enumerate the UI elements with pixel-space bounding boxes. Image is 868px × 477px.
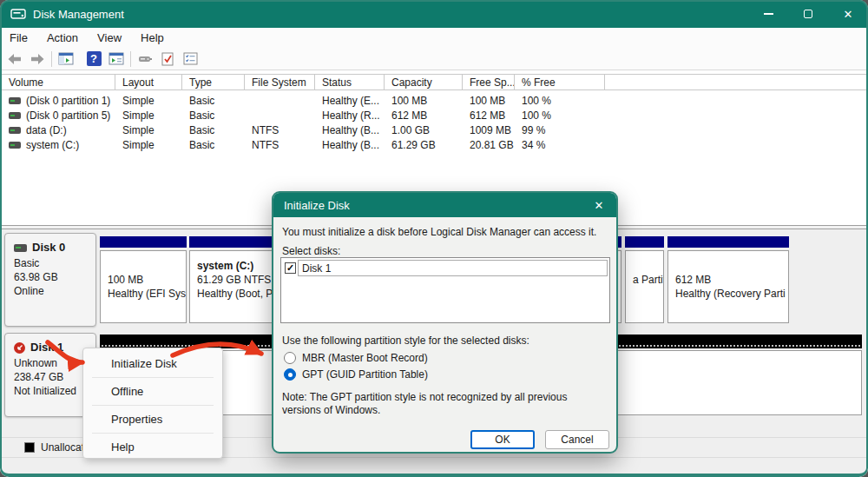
maximize-button[interactable] bbox=[788, 0, 828, 28]
partition-data[interactable]: a Partit bbox=[625, 235, 664, 325]
partition-color-strip bbox=[667, 236, 789, 248]
toolbar-separator bbox=[130, 51, 131, 67]
action-pane-icon bbox=[108, 52, 124, 65]
context-menu-item-properties[interactable]: Properties bbox=[83, 407, 222, 431]
show-hide-action-pane-button[interactable] bbox=[105, 50, 128, 69]
menu-bar: File Action View Help bbox=[0, 28, 868, 48]
disk-option-label: Disk 1 bbox=[298, 260, 608, 276]
disk0-name: Disk 0 bbox=[32, 241, 65, 255]
context-menu-item-help[interactable]: Help bbox=[83, 435, 222, 459]
maximize-icon bbox=[804, 10, 812, 18]
table-header-row: Volume Layout Type File System Status Ca… bbox=[2, 74, 866, 90]
table-row[interactable]: (Disk 0 partition 1) Simple Basic Health… bbox=[2, 93, 866, 108]
title-bar: Disk Management ✕ bbox=[0, 0, 868, 28]
check-document-button[interactable] bbox=[156, 50, 179, 69]
disk1-context-menu: Initialize Disk Offline Properties Help bbox=[82, 348, 223, 459]
cancel-button[interactable]: Cancel bbox=[545, 430, 609, 449]
partition-efi[interactable]: 100 MB Healthy (EFI Sys bbox=[100, 235, 187, 325]
menu-view[interactable]: View bbox=[88, 29, 131, 47]
forward-button[interactable] bbox=[26, 50, 49, 69]
disk0-size: 63.98 GB bbox=[14, 270, 95, 284]
forward-icon bbox=[30, 53, 45, 65]
menu-separator bbox=[92, 405, 214, 406]
column-header-free-space[interactable]: Free Sp... bbox=[463, 75, 515, 89]
disk-list-item[interactable]: ✓ Disk 1 bbox=[283, 260, 608, 276]
minimize-icon bbox=[764, 13, 773, 15]
ok-button[interactable]: OK bbox=[470, 430, 535, 449]
column-header-pct-free[interactable]: % Free bbox=[515, 75, 605, 89]
initialize-disk-dialog: Initialize Disk ✕ You must initialize a … bbox=[272, 191, 618, 454]
gpt-radio-row[interactable]: GPT (GUID Partition Table) bbox=[284, 368, 428, 381]
column-header-volume[interactable]: Volume bbox=[2, 75, 115, 89]
rescan-disks-icon bbox=[137, 53, 153, 65]
dialog-close-button[interactable]: ✕ bbox=[582, 193, 616, 217]
volume-icon bbox=[9, 142, 21, 149]
mbr-radio-button[interactable] bbox=[284, 352, 296, 364]
window-title: Disk Management bbox=[33, 8, 124, 21]
column-header-capacity[interactable]: Capacity bbox=[385, 75, 463, 89]
partition-color-strip bbox=[625, 236, 664, 248]
table-row[interactable]: system (C:) Simple Basic NTFS Healthy (B… bbox=[2, 137, 866, 152]
properties-button[interactable] bbox=[179, 50, 201, 69]
close-icon: ✕ bbox=[844, 8, 853, 21]
mbr-radio-row[interactable]: MBR (Master Boot Record) bbox=[284, 352, 428, 364]
back-button[interactable] bbox=[3, 50, 26, 69]
menu-separator bbox=[92, 377, 214, 378]
column-header-spacer bbox=[605, 75, 866, 89]
check-document-icon bbox=[161, 52, 174, 66]
column-header-layout[interactable]: Layout bbox=[115, 75, 182, 89]
close-button[interactable]: ✕ bbox=[828, 0, 868, 28]
table-row[interactable]: data (D:) Simple Basic NTFS Healthy (B..… bbox=[2, 123, 866, 137]
gpt-radio-button[interactable] bbox=[284, 368, 296, 381]
menu-file[interactable]: File bbox=[0, 29, 37, 47]
gpt-note-text: Note: The GPT partition style is not rec… bbox=[282, 391, 605, 417]
column-header-type[interactable]: Type bbox=[182, 75, 245, 89]
gpt-label: GPT (GUID Partition Table) bbox=[302, 368, 428, 381]
menu-separator bbox=[92, 433, 214, 434]
disk-management-app-icon bbox=[10, 8, 26, 20]
column-header-status[interactable]: Status bbox=[315, 75, 385, 89]
partition-color-strip bbox=[100, 236, 187, 248]
menu-action[interactable]: Action bbox=[37, 29, 88, 47]
minimize-button[interactable] bbox=[748, 0, 788, 28]
context-menu-item-offline[interactable]: Offline bbox=[83, 380, 222, 403]
partition-recovery[interactable]: 612 MB Healthy (Recovery Parti bbox=[667, 235, 789, 325]
disk-icon bbox=[14, 244, 27, 252]
help-button[interactable]: ? bbox=[82, 50, 105, 69]
disk0-status: Online bbox=[14, 284, 95, 298]
disk1-checkbox[interactable]: ✓ bbox=[285, 262, 296, 274]
console-tree-icon bbox=[58, 52, 74, 65]
disk1-name: Disk 1 bbox=[30, 341, 63, 354]
checkmark-icon: ✓ bbox=[286, 263, 294, 273]
rescan-disks-button[interactable] bbox=[134, 50, 156, 69]
disk-management-window: Disk Management ✕ File Action View Help bbox=[0, 0, 868, 477]
dialog-close-icon: ✕ bbox=[595, 199, 604, 212]
dialog-title: Initialize Disk bbox=[284, 199, 350, 212]
volume-icon bbox=[9, 97, 21, 104]
help-icon: ? bbox=[87, 51, 102, 66]
select-disks-label: Select disks: bbox=[282, 245, 340, 257]
context-menu-item-initialize-disk[interactable]: Initialize Disk bbox=[83, 352, 222, 375]
partition-style-label: Use the following partition style for th… bbox=[282, 335, 529, 347]
volume-icon bbox=[9, 127, 21, 134]
dialog-title-bar: Initialize Disk bbox=[273, 193, 616, 217]
disk0-kind: Basic bbox=[14, 256, 95, 270]
table-row[interactable]: (Disk 0 partition 5) Simple Basic Health… bbox=[2, 108, 866, 123]
dialog-intro-text: You must initialize a disk before Logica… bbox=[282, 226, 596, 238]
toolbar-separator bbox=[51, 51, 52, 67]
unallocated-swatch-icon bbox=[24, 442, 35, 453]
back-icon bbox=[7, 53, 23, 65]
volume-icon bbox=[9, 112, 21, 119]
disk0-header[interactable]: Disk 0 Basic 63.98 GB Online bbox=[4, 233, 96, 327]
menu-help[interactable]: Help bbox=[131, 29, 174, 47]
disk-error-icon bbox=[14, 342, 25, 354]
column-header-file-system[interactable]: File System bbox=[245, 75, 315, 89]
toolbar: ? bbox=[0, 48, 868, 70]
mbr-label: MBR (Master Boot Record) bbox=[302, 352, 428, 364]
show-hide-console-tree-button[interactable] bbox=[55, 50, 77, 69]
disk-listbox[interactable]: ✓ Disk 1 bbox=[280, 257, 610, 323]
properties-icon bbox=[183, 52, 198, 65]
